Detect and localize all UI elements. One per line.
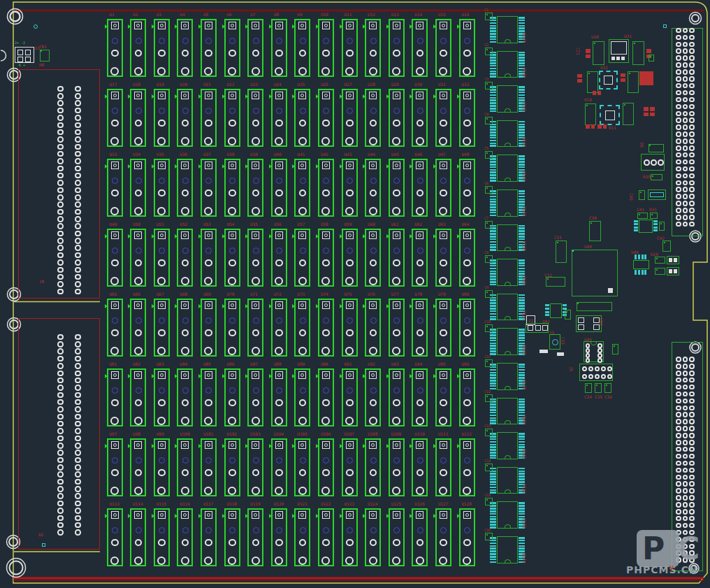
relay-footprint[interactable]: [412, 508, 428, 566]
bypass-cap[interactable]: [485, 117, 493, 124]
smd-part[interactable]: [556, 241, 567, 263]
relay-footprint[interactable]: [435, 438, 451, 496]
soic-footprint[interactable]: [633, 254, 649, 275]
chip-resistor[interactable]: [597, 124, 607, 129]
relay-footprint[interactable]: [177, 159, 193, 217]
relay-footprint[interactable]: [435, 159, 451, 217]
relay-footprint[interactable]: [435, 508, 451, 566]
relay-footprint[interactable]: [130, 229, 146, 287]
relay-footprint[interactable]: [294, 368, 310, 426]
pin-header-2x5[interactable]: [579, 364, 613, 381]
ic-footprint[interactable]: C15U143: [490, 501, 525, 529]
relay-footprint[interactable]: [412, 159, 428, 217]
relay-footprint[interactable]: [154, 159, 170, 217]
relay-footprint[interactable]: [201, 229, 217, 287]
relay-footprint[interactable]: [365, 159, 381, 217]
smd-part[interactable]: [637, 213, 648, 219]
relay-footprint[interactable]: [247, 229, 263, 287]
relay-footprint[interactable]: [201, 299, 217, 357]
ic-footprint[interactable]: C4U132: [490, 120, 525, 148]
relay-footprint[interactable]: [107, 159, 123, 217]
relay-footprint[interactable]: [154, 19, 170, 77]
ic-footprint[interactable]: C7U135: [490, 224, 525, 252]
smd-part[interactable]: [650, 213, 658, 219]
header-footprint[interactable]: [40, 50, 50, 62]
qfp-footprint[interactable]: [599, 71, 618, 89]
relay-footprint[interactable]: [177, 368, 193, 426]
relay-footprint[interactable]: [271, 159, 287, 217]
smd-part[interactable]: [593, 41, 604, 65]
chip-resistor[interactable]: [650, 107, 655, 116]
relay-footprint[interactable]: [107, 89, 123, 147]
dip8-socket[interactable]: [584, 341, 604, 362]
relay-footprint[interactable]: [318, 368, 334, 426]
bypass-cap[interactable]: [485, 359, 493, 367]
relay-footprint[interactable]: [107, 299, 123, 357]
relay-footprint[interactable]: [342, 508, 358, 566]
chip-resistor[interactable]: [586, 49, 591, 58]
relay-footprint[interactable]: [389, 438, 405, 496]
relay-footprint[interactable]: [412, 229, 428, 287]
relay-footprint[interactable]: [107, 229, 123, 287]
ic-footprint[interactable]: C14U142: [490, 467, 525, 495]
smd-part[interactable]: [612, 344, 618, 354]
relay-footprint[interactable]: [224, 89, 240, 147]
crystal-footprint[interactable]: [549, 334, 560, 350]
relay-footprint[interactable]: [154, 89, 170, 147]
chip-resistor[interactable]: [593, 91, 601, 95]
relay-footprint[interactable]: [201, 368, 217, 426]
relay-footprint[interactable]: [154, 229, 170, 287]
relay-footprint[interactable]: [224, 368, 240, 426]
relay-footprint[interactable]: [318, 299, 334, 357]
relay-footprint[interactable]: [224, 508, 240, 566]
relay-footprint[interactable]: [318, 159, 334, 217]
relay-footprint[interactable]: [459, 508, 475, 566]
relay-footprint[interactable]: [459, 299, 475, 357]
smd-part[interactable]: [628, 71, 639, 93]
relay-footprint[interactable]: [342, 299, 358, 357]
smd-part[interactable]: [546, 277, 565, 287]
ic-footprint[interactable]: C11U139: [490, 363, 525, 391]
ic-footprint[interactable]: C6U134: [490, 189, 525, 217]
relay-footprint[interactable]: [271, 229, 287, 287]
relay-footprint[interactable]: [271, 19, 287, 77]
relay-footprint[interactable]: [435, 368, 451, 426]
relay-footprint[interactable]: [412, 89, 428, 147]
relay-footprint[interactable]: [154, 438, 170, 496]
relay-footprint[interactable]: [365, 438, 381, 496]
smd-part[interactable]: [655, 268, 665, 275]
soic-footprint[interactable]: [648, 184, 666, 206]
relay-footprint[interactable]: [318, 229, 334, 287]
ic-footprint[interactable]: C5U133: [490, 155, 525, 182]
relay-footprint[interactable]: [412, 299, 428, 357]
bypass-cap[interactable]: [485, 429, 493, 436]
relay-footprint[interactable]: [177, 299, 193, 357]
smd-part[interactable]: [659, 222, 665, 231]
relay-footprint[interactable]: [435, 19, 451, 77]
relay-footprint[interactable]: [224, 299, 240, 357]
relay-footprint[interactable]: [130, 299, 146, 357]
relay-footprint[interactable]: [224, 19, 240, 77]
bypass-cap[interactable]: [485, 290, 493, 298]
relay-footprint[interactable]: [389, 299, 405, 357]
relay-footprint[interactable]: [154, 508, 170, 566]
relay-footprint[interactable]: [342, 438, 358, 496]
smd-part[interactable]: [632, 41, 644, 65]
relay-footprint[interactable]: [201, 89, 217, 147]
relay-footprint[interactable]: [389, 229, 405, 287]
header-footprint[interactable]: [577, 302, 612, 311]
relay-footprint[interactable]: [389, 19, 405, 77]
bypass-cap[interactable]: [485, 186, 493, 194]
relay-footprint[interactable]: [318, 89, 334, 147]
chip-resistor[interactable]: [577, 74, 582, 83]
relay-footprint[interactable]: [130, 159, 146, 217]
relay-footprint[interactable]: [412, 438, 428, 496]
relay-footprint[interactable]: [177, 229, 193, 287]
soic-footprint[interactable]: [545, 303, 567, 318]
smd-part[interactable]: [655, 257, 665, 264]
relay-footprint[interactable]: [294, 508, 310, 566]
chip-resistor[interactable]: [644, 107, 649, 116]
bypass-cap[interactable]: [485, 394, 493, 402]
relay-footprint[interactable]: [201, 438, 217, 496]
relay-footprint[interactable]: [412, 19, 428, 77]
